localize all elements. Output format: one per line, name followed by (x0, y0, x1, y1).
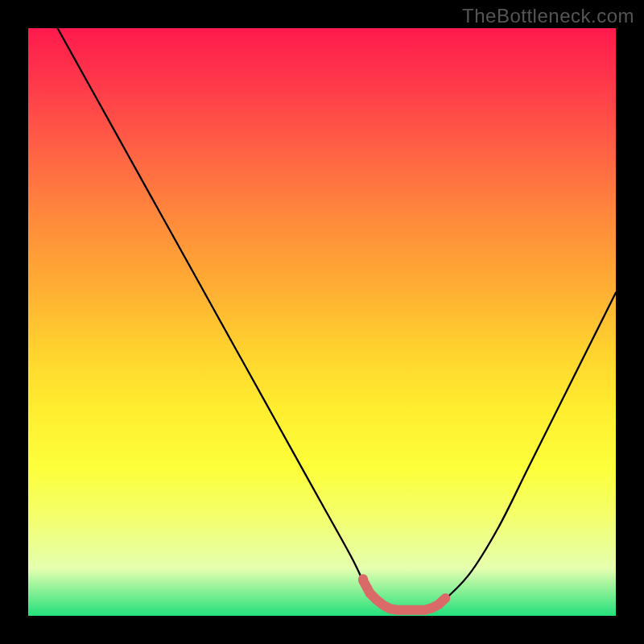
optimal-range-highlight (363, 580, 445, 610)
chart-svg (28, 28, 616, 616)
chart-frame: TheBottleneck.com (0, 0, 644, 644)
optimal-start-dot (358, 574, 368, 584)
bottleneck-curve (58, 28, 617, 610)
watermark-text: TheBottleneck.com (462, 5, 634, 27)
